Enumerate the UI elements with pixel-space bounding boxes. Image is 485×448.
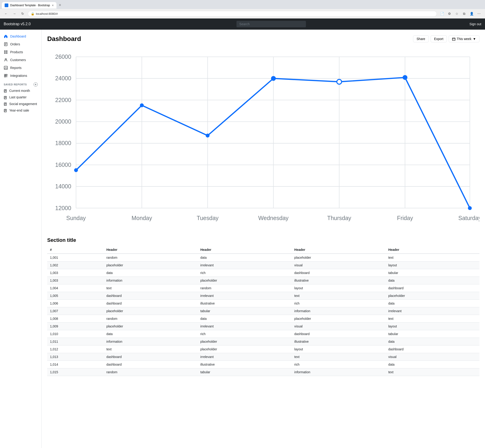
sidebar-item-orders[interactable]: Orders xyxy=(0,40,41,48)
tab-close-button[interactable]: × xyxy=(52,3,54,7)
share-button[interactable]: Share xyxy=(413,35,429,42)
table-row: 1,003datarichdashboardtabular xyxy=(47,269,479,277)
table-cell-6-2: illustrative xyxy=(198,299,292,307)
saved-report-doc-icon-4 xyxy=(4,109,7,112)
table-cell-2-2: rich xyxy=(198,269,292,277)
table-cell-13-3: text xyxy=(292,353,385,360)
saved-report-last-quarter[interactable]: Last quarter xyxy=(0,94,41,100)
sidebar-item-dashboard-label: Dashboard xyxy=(10,34,26,38)
customers-icon xyxy=(4,58,8,62)
table-cell-10-3: dashboard xyxy=(292,330,385,338)
table-cell-1-3: visual xyxy=(292,261,385,269)
table-row: 1,012textplaceholderlayoutdashboard xyxy=(47,345,479,353)
table-row: 1,009placeholderirrelevantvisuallayout xyxy=(47,322,479,330)
table-cell-7-3: information xyxy=(292,307,385,315)
table-cell-14-1: dashboard xyxy=(104,360,198,368)
browser-chrome: Dashboard Template · Bootstrap × + ← → ↻… xyxy=(0,0,485,18)
table-col-header-1: Header xyxy=(104,246,198,254)
table-cell-4-2: random xyxy=(198,284,292,292)
collections-icon[interactable]: ⧉ xyxy=(461,10,467,17)
saved-report-current-month[interactable]: Current month xyxy=(0,88,41,94)
table-cell-7-0: 1,007 xyxy=(47,307,104,315)
this-week-button[interactable]: This week ▼ xyxy=(449,35,479,42)
browser-tab-active[interactable]: Dashboard Template · Bootstrap × xyxy=(2,2,56,8)
extensions-icon[interactable]: ⚙ xyxy=(446,10,453,17)
table-cell-3-0: 1,003 xyxy=(47,277,104,284)
new-tab-button[interactable]: + xyxy=(57,1,63,9)
saved-report-social-engagement[interactable]: Social engagement xyxy=(0,101,41,107)
table-cell-14-0: 1,014 xyxy=(47,360,104,368)
add-saved-report-button[interactable]: + xyxy=(33,82,38,87)
sidebar-item-dashboard[interactable]: Dashboard xyxy=(0,32,41,40)
line-chart: 26000 24000 22000 20000 18000 16000 1400… xyxy=(47,47,479,230)
sidebar-item-reports-label: Reports xyxy=(10,66,22,70)
sign-out-button[interactable]: Sign out xyxy=(469,22,481,26)
table-cell-0-1: random xyxy=(104,254,198,262)
reader-view-icon[interactable]: 📄 xyxy=(439,10,445,17)
more-options-icon[interactable]: ⋯ xyxy=(476,10,482,17)
table-row: 1,008randomdataplaceholdertext xyxy=(47,315,479,322)
profile-icon[interactable]: 👤 xyxy=(468,10,475,17)
svg-text:22000: 22000 xyxy=(55,97,71,103)
back-button[interactable]: ← xyxy=(3,10,9,17)
table-row: 1,004textrandomlayoutdashboard xyxy=(47,284,479,292)
table-cell-13-4: visual xyxy=(385,353,479,360)
saved-report-doc-icon-3 xyxy=(4,102,7,106)
table-cell-0-0: 1,001 xyxy=(47,254,104,262)
saved-report-last-quarter-label: Last quarter xyxy=(9,95,27,99)
table-cell-9-0: 1,009 xyxy=(47,322,104,330)
this-week-label: This week xyxy=(457,37,471,41)
svg-point-65 xyxy=(271,76,276,81)
export-button[interactable]: Export xyxy=(431,35,447,42)
table-cell-9-1: placeholder xyxy=(104,322,198,330)
sidebar-item-reports[interactable]: Reports xyxy=(0,64,41,72)
favorites-icon[interactable]: ☆ xyxy=(453,10,460,17)
url-text: localhost:8080/# xyxy=(36,12,58,16)
table-cell-6-3: rich xyxy=(292,299,385,307)
page-actions: Share Export This week ▼ xyxy=(413,35,479,42)
header-actions: Sign out xyxy=(469,22,481,26)
table-row: 1,005dashboardirrelevanttextplaceholder xyxy=(47,292,479,299)
page-title: Dashboard xyxy=(47,35,413,43)
table-cell-1-0: 1,002 xyxy=(47,261,104,269)
reload-button[interactable]: ↻ xyxy=(19,10,26,17)
table-cell-11-4: data xyxy=(385,338,479,345)
section-title: Section title xyxy=(47,237,479,243)
table-cell-15-1: random xyxy=(104,368,198,376)
table-cell-4-0: 1,004 xyxy=(47,284,104,292)
table-cell-9-2: irrelevant xyxy=(198,322,292,330)
svg-text:24000: 24000 xyxy=(55,75,71,81)
table-cell-12-1: text xyxy=(104,345,198,353)
svg-text:Tuesday: Tuesday xyxy=(197,215,219,221)
table-cell-9-3: visual xyxy=(292,322,385,330)
table-cell-6-4: data xyxy=(385,299,479,307)
svg-point-63 xyxy=(140,104,144,107)
table-cell-3-2: placeholder xyxy=(198,277,292,284)
svg-text:26000: 26000 xyxy=(55,53,71,60)
saved-report-year-end-sale[interactable]: Year-end sale xyxy=(0,107,41,114)
page-header: Dashboard Share Export This week ▼ xyxy=(47,35,479,43)
app-body: Dashboard Orders Products xyxy=(0,30,485,448)
chart-container: 26000 24000 22000 20000 18000 16000 1400… xyxy=(47,47,479,230)
saved-report-year-end-sale-label: Year-end sale xyxy=(9,109,29,112)
table-cell-4-4: dashboard xyxy=(385,284,479,292)
table-cell-5-4: placeholder xyxy=(385,292,479,299)
url-bar[interactable]: 🔒 localhost:8080/# xyxy=(28,11,437,17)
sidebar-item-products[interactable]: Products xyxy=(0,48,41,56)
table-cell-15-2: tabular xyxy=(198,368,292,376)
lock-icon: 🔒 xyxy=(31,12,34,16)
saved-report-social-engagement-label: Social engagement xyxy=(9,102,37,106)
saved-report-doc-icon-2 xyxy=(4,95,7,99)
forward-button[interactable]: → xyxy=(11,10,18,17)
sidebar-item-integrations[interactable]: Integrations xyxy=(0,72,41,80)
svg-text:Sunday: Sunday xyxy=(66,215,86,221)
table-row: 1,007placeholdertabularinformationirrele… xyxy=(47,307,479,315)
sidebar-item-customers-label: Customers xyxy=(10,58,26,62)
sidebar-item-customers[interactable]: Customers xyxy=(0,56,41,64)
products-icon xyxy=(4,50,8,54)
svg-rect-9 xyxy=(4,74,6,75)
chevron-down-icon: ▼ xyxy=(473,37,476,41)
svg-text:Saturday: Saturday xyxy=(458,215,479,221)
table-cell-5-2: irrelevant xyxy=(198,292,292,299)
search-input[interactable] xyxy=(237,21,306,27)
